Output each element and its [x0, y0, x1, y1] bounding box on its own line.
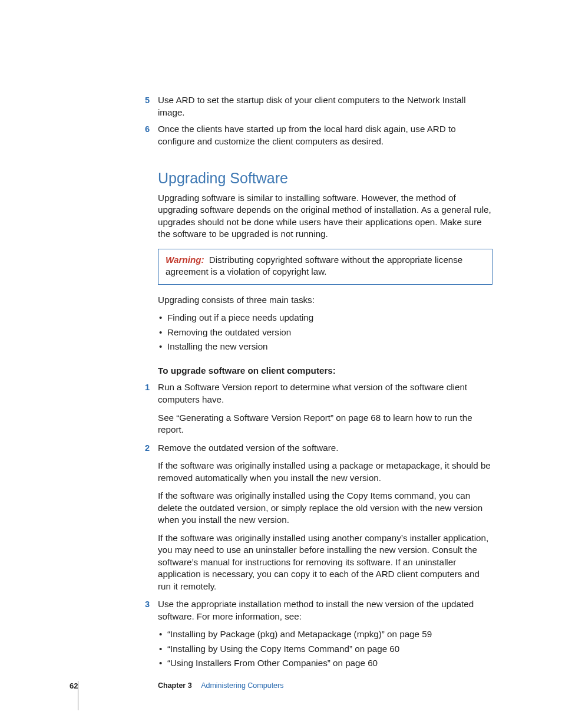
- warning-label: Warning:: [166, 255, 204, 265]
- step-number: 2: [145, 443, 150, 454]
- step-text: Run a Software Version report to determi…: [158, 382, 467, 404]
- tasks-list: Finding out if a piece needs updating Re…: [158, 312, 492, 353]
- list-item: Finding out if a piece needs updating: [158, 312, 492, 324]
- step-text: Once the clients have started up from th…: [158, 124, 456, 146]
- procedure-step-2: 2 Remove the outdated version of the sof…: [158, 442, 492, 593]
- step-sub: If the software was originally installed…: [158, 460, 492, 484]
- step-number: 6: [145, 124, 150, 136]
- list-item: “Using Installers From Other Companies” …: [158, 657, 492, 670]
- list-item: “Installing by Using the Copy Items Comm…: [158, 643, 492, 655]
- step-sub: If the software was originally installed…: [158, 532, 492, 593]
- page-number: 62: [70, 681, 78, 691]
- step-bullets: “Installing by Package (pkg) and Metapac…: [158, 628, 492, 670]
- tasks-lead: Upgrading consists of three main tasks:: [158, 294, 492, 307]
- procedure-step-3: 3 Use the appropriate installation metho…: [158, 598, 492, 670]
- step-number: 5: [145, 95, 150, 107]
- list-item: “Installing by Package (pkg) and Metapac…: [158, 628, 492, 641]
- list-item: Removing the outdated version: [158, 327, 492, 339]
- continued-step-6: 6 Once the clients have started up from …: [158, 123, 492, 147]
- chapter-number: Chapter 3: [158, 681, 192, 690]
- list-item: Installing the new version: [158, 341, 492, 353]
- intro-paragraph: Upgrading software is similar to install…: [158, 192, 492, 241]
- chapter-label: Chapter 3 Administering Computers: [158, 681, 283, 691]
- step-text: Remove the outdated version of the softw…: [158, 443, 338, 453]
- step-number: 3: [145, 599, 150, 611]
- section-heading: Upgrading Software: [158, 169, 492, 189]
- warning-box: Warning: Distributing copyrighted softwa…: [158, 249, 492, 285]
- step-text: Use the appropriate installation method …: [158, 599, 474, 621]
- procedure-lead: To upgrade software on client computers:: [158, 365, 492, 377]
- warning-text: Distributing copyrighted software withou…: [166, 255, 462, 277]
- footer-rule: [78, 681, 78, 710]
- step-text: Use ARD to set the startup disk of your …: [158, 95, 466, 117]
- step-sub: If the software was originally installed…: [158, 490, 492, 526]
- step-sub: See “Generating a Software Version Repor…: [158, 412, 492, 436]
- document-page: 5 Use ARD to set the startup disk of you…: [0, 0, 562, 728]
- procedure-step-1: 1 Run a Software Version report to deter…: [158, 381, 492, 436]
- step-number: 1: [145, 382, 150, 394]
- continued-step-5: 5 Use ARD to set the startup disk of you…: [158, 94, 492, 118]
- chapter-title: Administering Computers: [201, 681, 283, 690]
